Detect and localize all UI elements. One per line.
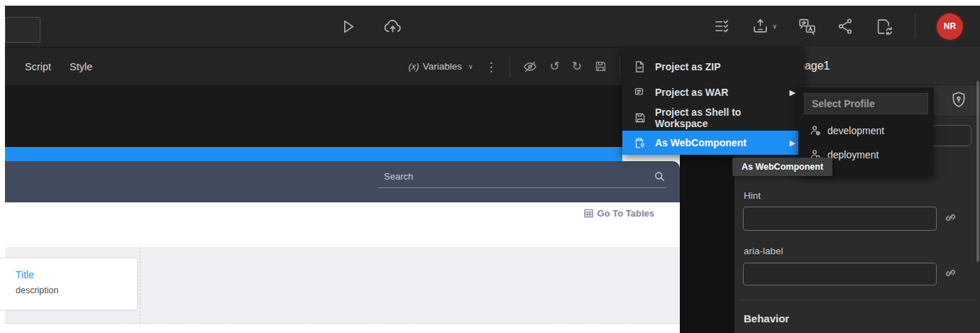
variables-label: Variables — [423, 61, 462, 72]
editor-toolbar-actions: (x) Variables ∨ ⋮ ↺ ↻ — [408, 48, 620, 85]
search-icon[interactable] — [654, 171, 665, 182]
bind-link-icon[interactable] — [945, 212, 957, 224]
tooltip-text: As WebComponent — [742, 162, 823, 172]
top-bar: ∨ NR — [5, 6, 980, 47]
project-search-input[interactable] — [5, 17, 40, 43]
undo-icon[interactable]: ↺ — [550, 60, 560, 72]
redo-icon[interactable]: ↻ — [572, 60, 582, 72]
aria-label-label: aria-label — [744, 246, 783, 256]
variables-dropdown[interactable]: (x) Variables ∨ — [408, 61, 473, 72]
menu-item-label: Project as WAR — [655, 87, 728, 98]
more-options-icon[interactable]: ⋮ — [485, 60, 497, 74]
card-description: description — [16, 285, 130, 295]
tab-style[interactable]: Style — [70, 61, 92, 72]
go-to-tables-link[interactable]: Go To Tables — [584, 208, 654, 219]
submenu-arrow-icon: ▶ — [790, 138, 795, 148]
submenu-arrow-icon: ▶ — [790, 88, 795, 97]
submenu-item-label: deployment — [827, 149, 879, 160]
translate-icon[interactable] — [798, 18, 816, 36]
chevron-down-icon: ∨ — [772, 23, 777, 30]
webcomponent-icon — [634, 136, 646, 149]
profile-development-icon — [810, 125, 821, 136]
preview-search-field — [378, 167, 666, 188]
avatar[interactable]: NR — [937, 13, 963, 40]
topbar-divider — [915, 14, 915, 38]
file-war-icon — [634, 86, 646, 99]
file-shell-icon — [634, 111, 646, 124]
bind-link-icon[interactable] — [945, 267, 957, 279]
play-icon[interactable] — [339, 18, 357, 36]
panel-divider — [739, 300, 976, 300]
menu-item-project-as-war[interactable]: Project as WAR ▶ — [622, 80, 804, 105]
menu-item-label: As WebComponent — [655, 137, 747, 148]
preview-content: Go To Tables Title description — [5, 202, 680, 333]
export-menu-button[interactable]: ∨ — [751, 18, 777, 36]
topbar-center-actions — [339, 6, 403, 47]
editor-tabs: Script Style — [25, 48, 92, 85]
tooltip: As WebComponent — [732, 158, 832, 176]
menu-item-label: Project as ZIP — [655, 61, 721, 72]
submenu-item-development[interactable]: development — [798, 119, 934, 143]
export-icon — [751, 18, 769, 36]
canvas-background — [5, 85, 680, 147]
editor-toolbar: Script Style (x) Variables ∨ ⋮ ↺ ↻ — [5, 47, 680, 85]
card-title: Title — [16, 269, 130, 280]
fx-icon: (x) — [408, 61, 419, 72]
hint-input[interactable] — [743, 207, 937, 231]
toolbar-divider — [510, 56, 510, 77]
card-widget[interactable]: Title description — [0, 258, 138, 310]
shield-icon[interactable] — [949, 90, 969, 110]
export-dropdown-menu: ZIP Project as ZIP Project as WAR ▶ Proj… — [622, 47, 804, 155]
aria-label-input[interactable] — [743, 263, 937, 285]
file-sync-icon[interactable] — [876, 18, 893, 36]
preview-header — [5, 161, 680, 202]
chevron-down-icon: ∨ — [468, 63, 473, 70]
panel-scrollbar[interactable] — [976, 81, 979, 262]
preview-accent-bar — [5, 147, 622, 161]
toolbar-divider — [620, 56, 620, 77]
cloud-upload-icon[interactable] — [382, 16, 403, 37]
table-icon — [584, 209, 593, 218]
submenu-header: Select Profile — [804, 93, 928, 114]
tab-script[interactable]: Script — [25, 61, 51, 72]
behavior-section-heading: Behavior — [744, 312, 789, 324]
layout-drop-zone[interactable]: Title description — [5, 247, 680, 324]
menu-item-project-as-shell[interactable]: Project as Shell to Workspace — [622, 105, 804, 131]
go-to-tables-label: Go To Tables — [598, 208, 654, 219]
menu-item-label: Project as Shell to Workspace — [655, 107, 795, 129]
layout-column[interactable]: Title description — [5, 247, 141, 323]
topbar-right-actions: ∨ NR — [714, 6, 963, 47]
file-zip-icon: ZIP — [634, 60, 646, 73]
menu-item-as-webcomponent[interactable]: As WebComponent ▶ — [622, 131, 804, 155]
app-window: ∨ NR — [0, 0, 980, 333]
search-input[interactable] — [378, 167, 666, 188]
menu-item-project-as-zip[interactable]: ZIP Project as ZIP — [622, 54, 804, 80]
checklist-icon[interactable] — [714, 18, 730, 35]
svg-text:ZIP: ZIP — [637, 66, 642, 70]
eye-off-icon[interactable] — [522, 59, 538, 75]
share-icon[interactable] — [837, 18, 854, 35]
hint-label: Hint — [744, 190, 761, 201]
save-icon[interactable] — [594, 60, 607, 73]
submenu-item-label: development — [827, 125, 884, 136]
